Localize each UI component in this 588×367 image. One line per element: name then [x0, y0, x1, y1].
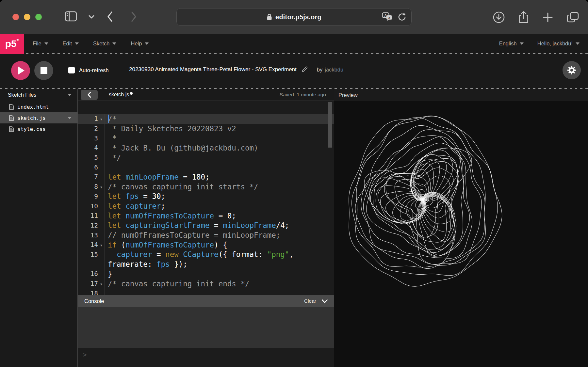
code-line-text: }: [105, 269, 334, 279]
line-number: 16: [78, 270, 98, 278]
fold-arrow-icon[interactable]: ▾: [98, 184, 105, 189]
caret-down-icon: [145, 42, 149, 45]
code-editor[interactable]: 1▾/*2 * Daily Sketches 20220823 v23 *4 *…: [78, 101, 334, 295]
translate-icon[interactable]: A x: [382, 12, 393, 22]
code-line[interactable]: 15 capturer = new CCapture({ format: "pn…: [78, 250, 334, 260]
account-menu[interactable]: Hello, jackbdu!: [537, 40, 580, 47]
fold-gutter: [98, 215, 105, 216]
code-line[interactable]: 18: [78, 288, 334, 295]
p5-logo-star: *: [17, 38, 19, 44]
file-options-caret-icon[interactable]: [68, 117, 72, 119]
address-bar[interactable]: editor.p5js.org A x: [176, 8, 412, 26]
editor-scrollbar-thumb[interactable]: [328, 102, 332, 148]
code-line[interactable]: 2 * Daily Sketches 20220823 v2: [78, 124, 334, 134]
console-prompt: >: [83, 351, 87, 358]
unsaved-indicator-dot: [130, 92, 133, 95]
tab-overview-icon[interactable]: [566, 11, 580, 24]
line-number: 4: [78, 144, 98, 152]
p5-logo[interactable]: p5*: [0, 34, 24, 53]
fold-gutter: [98, 157, 105, 158]
line-number: 18: [78, 290, 98, 295]
menu-help-label: Help: [131, 40, 142, 47]
code-line-text: capturer = new CCapture({ format: "png",: [105, 250, 334, 260]
code-line[interactable]: 17▾/* canvas capturing init ends */: [78, 279, 334, 289]
menu-sketch-label: Sketch: [93, 40, 109, 47]
fold-gutter: [98, 128, 105, 129]
line-number: 5: [78, 154, 98, 161]
code-line[interactable]: 8▾/* canvas capturing init starts */: [78, 182, 334, 192]
sketch-files-header[interactable]: Sketch Files: [0, 89, 77, 101]
settings-button[interactable]: [563, 61, 581, 79]
file-name: style.css: [17, 126, 46, 132]
stop-button[interactable]: [34, 61, 53, 80]
collapse-sidebar-button[interactable]: [81, 90, 98, 100]
browser-chrome: editor.p5js.org A x: [0, 0, 588, 34]
console-clear-button[interactable]: Clear: [304, 298, 316, 304]
code-line[interactable]: 16}: [78, 269, 334, 279]
console-collapse-chevron-icon[interactable]: [321, 299, 328, 303]
code-line[interactable]: 7let minLoopFrame = 180;: [78, 172, 334, 182]
new-tab-icon[interactable]: [542, 12, 553, 23]
language-label: English: [499, 40, 517, 47]
code-line[interactable]: 13// numOfFramesToCapture = minLoopFrame…: [78, 230, 334, 240]
caret-down-icon: [75, 42, 79, 45]
code-line[interactable]: 1▾/*: [78, 114, 334, 124]
line-number: 3: [78, 135, 98, 142]
close-window-button[interactable]: [12, 14, 19, 20]
file-item-sketch-js[interactable]: sketch.js: [0, 112, 77, 123]
play-button[interactable]: [11, 61, 30, 80]
file-item-style-css[interactable]: style.css: [0, 123, 77, 135]
minimize-window-button[interactable]: [24, 14, 30, 20]
zoom-window-button[interactable]: [35, 14, 42, 20]
code-line[interactable]: 4 * Jack B. Du (github@jackbdu.com): [78, 143, 334, 153]
language-selector[interactable]: English: [499, 40, 524, 47]
menu-edit[interactable]: Edit: [63, 40, 79, 47]
code-line-text: [105, 162, 334, 172]
line-number: 15: [78, 251, 98, 258]
tab-sketch-js[interactable]: sketch.js: [109, 92, 133, 98]
code-line[interactable]: 14▾if (numOfFramesToCapture) {: [78, 240, 334, 250]
fold-arrow-icon[interactable]: ▾: [98, 281, 105, 286]
browser-sidebar-icon[interactable]: [65, 11, 77, 22]
code-line[interactable]: framerate: fps });: [78, 259, 334, 269]
account-label: Hello, jackbdu!: [537, 40, 573, 47]
code-line[interactable]: 5 */: [78, 153, 334, 163]
fold-arrow-icon[interactable]: ▾: [98, 242, 105, 247]
menu-help[interactable]: Help: [131, 40, 149, 47]
code-line[interactable]: 12let capturingStartFrame = minLoopFrame…: [78, 221, 334, 231]
fold-arrow-icon[interactable]: ▾: [98, 116, 105, 121]
sketch-flower-drawing: [334, 101, 588, 367]
line-number: 14: [78, 241, 98, 248]
downloads-icon[interactable]: [493, 11, 505, 24]
fold-gutter: [98, 235, 105, 236]
author-link[interactable]: jackbdu: [325, 67, 343, 73]
reload-icon[interactable]: [398, 12, 407, 22]
file-item-index-html[interactable]: index.html: [0, 101, 77, 112]
tab-group-chevron-icon[interactable]: [88, 14, 95, 19]
auto-refresh-checkbox[interactable]: [68, 67, 75, 73]
code-line-text: framerate: fps });: [105, 259, 334, 269]
code-line[interactable]: 10let capturer;: [78, 201, 334, 211]
code-line-text: let minLoopFrame = 180;: [105, 172, 334, 182]
console-header: Console Clear: [78, 295, 334, 307]
back-button[interactable]: [106, 10, 114, 23]
menu-sketch[interactable]: Sketch: [93, 40, 116, 47]
sketch-files-title: Sketch Files: [8, 92, 36, 98]
line-number: 13: [78, 231, 98, 239]
code-line[interactable]: 9let fps = 30;: [78, 192, 334, 201]
file-icon: [9, 104, 14, 110]
forward-button[interactable]: [130, 10, 138, 23]
code-line[interactable]: 3 *: [78, 133, 334, 143]
file-name: sketch.js: [17, 115, 46, 121]
share-icon[interactable]: [518, 11, 529, 24]
file-icon: [9, 126, 14, 132]
line-number: 11: [78, 212, 98, 219]
edit-title-pencil-icon[interactable]: [301, 66, 308, 73]
code-line-text: /* canvas capturing init starts */: [105, 182, 334, 192]
code-line[interactable]: 6: [78, 162, 334, 172]
menu-file[interactable]: File: [33, 40, 48, 47]
p5-logo-text: p5: [5, 38, 17, 49]
console-input[interactable]: >: [78, 348, 334, 367]
sketch-files-sidebar: Sketch Files index.html sketch.js: [0, 89, 78, 367]
code-line[interactable]: 11let numOfFramesToCapture = 0;: [78, 211, 334, 221]
